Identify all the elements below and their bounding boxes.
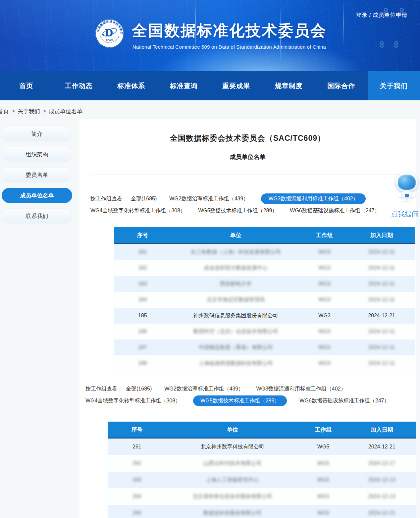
table-cell: 上海人工智能研究中心 xyxy=(166,477,299,484)
banner-digits: 8 8 xyxy=(379,40,401,50)
table-row: 188上海临港跨境数据科技有限公司WG32024-12-11 xyxy=(114,355,415,371)
table-cell: WG3 xyxy=(300,344,348,350)
table-cell: 2024-12-21 xyxy=(348,444,416,450)
filter-option[interactable]: WG5数据技术标准工作组（289） xyxy=(198,207,277,214)
table-header: 序号单位工作组加入日期 xyxy=(114,227,415,244)
table-cell: 265 xyxy=(108,510,166,516)
breadcrumb: 首页>关于我们>成员单位名单 xyxy=(0,107,82,116)
column-header: 工作组 xyxy=(299,426,348,434)
table-cell: 2024-12-11 xyxy=(348,344,415,350)
page: 8 8 8 8 登录 / 成员单位申请 全国数据标准化技术委员会 NATIONA… xyxy=(0,0,420,518)
table-cell: 长三角数据（上海）科技发展有限公司 xyxy=(171,249,300,256)
table-cell: 2024-12-21 xyxy=(348,510,416,516)
filter-label: 按工作组查看： xyxy=(85,386,123,392)
filter-option[interactable]: WG2数据治理标准工作组（439） xyxy=(164,386,243,392)
table-cell: WG3 xyxy=(300,313,348,319)
robot-arm xyxy=(398,192,402,197)
filter-option[interactable]: WG4全域数字化转型标准工作组（308） xyxy=(90,207,185,214)
main-nav: 首页工作动态标准体系标准查询重要成果规章制度国际合作关于我们 xyxy=(0,71,420,100)
nav-item-重要成果[interactable]: 重要成果 xyxy=(210,71,263,100)
sidebar-item-联系我们[interactable]: 联系我们 xyxy=(2,208,72,224)
table-row: 264北京易华录信息技术股份有限公司WG52024-12-13 xyxy=(108,488,416,505)
header-banner: 8 8 8 8 登录 / 成员单位申请 全国数据标准化技术委员会 NATIONA… xyxy=(0,0,420,71)
column-header: 单位 xyxy=(166,426,299,434)
filter-option[interactable]: WG2数据治理标准工作组（439） xyxy=(169,195,248,202)
nav-item-标准查询[interactable]: 标准查询 xyxy=(158,71,210,100)
nav-item-工作动态[interactable]: 工作动态 xyxy=(53,71,105,100)
filter-row: 按工作组查看：全部(1685)WG2数据治理标准工作组（439）WG3数据流通利… xyxy=(90,193,408,204)
table-cell: 北京易华录信息技术股份有限公司 xyxy=(166,493,299,500)
workgroup-filter-section-2: 按工作组查看：全部(1685)WG2数据治理标准工作组（439）WG3数据流通利… xyxy=(85,384,403,407)
table-cell: 2024-12-21 xyxy=(348,313,415,319)
robot-body xyxy=(401,191,412,199)
table-cell: WG3 xyxy=(300,249,348,255)
table-cell: 2024-12-17 xyxy=(348,460,416,466)
robot-head xyxy=(395,172,418,193)
sidebar-item-组织架构[interactable]: 组织架构 xyxy=(2,147,72,162)
table-cell: 184 xyxy=(114,297,171,303)
nav-item-标准体系[interactable]: 标准体系 xyxy=(105,71,158,100)
table-row: 184北京市海淀区数据管理局WG32024-12-11 xyxy=(114,292,415,308)
table-cell: WG3 xyxy=(300,281,348,287)
column-header: 序号 xyxy=(114,232,171,239)
table-cell: 农业农村部大数据发展中心 xyxy=(171,265,300,272)
table-cell: 上海临港跨境数据科技有限公司 xyxy=(171,360,300,367)
assistant-robot-icon[interactable] xyxy=(394,172,419,202)
table-cell: 中国物流集团（香港）有限公司 xyxy=(171,344,300,351)
filter-option[interactable]: WG3数据流通利用标准工作组（402） xyxy=(256,386,346,392)
nav-item-关于我们[interactable]: 关于我们 xyxy=(368,71,420,100)
login-link[interactable]: 登录 / 成员单位申请 xyxy=(356,11,407,19)
robot-screen xyxy=(398,175,416,190)
robot-foot xyxy=(402,199,406,202)
assistant-prompt-link[interactable]: 点我提问 xyxy=(389,209,420,219)
table-row: 183西安邮电大学WG32024-12-11 xyxy=(114,276,415,292)
sidebar-item-简介[interactable]: 简介 xyxy=(2,126,72,141)
table-cell: WG3 xyxy=(300,360,348,366)
column-header: 序号 xyxy=(108,426,166,434)
workgroup-filter-section-1: 按工作组查看：全部(1685)WG2数据治理标准工作组（439）WG3数据流通利… xyxy=(90,193,408,217)
nav-item-国际合作[interactable]: 国际合作 xyxy=(315,71,368,100)
sidebar-item-成员单位名单[interactable]: 成员单位名单 xyxy=(2,188,72,203)
filter-row: WG4全域数字化转型标准工作组（308）WG5数据技术标准工作组（289）WG6… xyxy=(90,205,408,216)
table-cell: 187 xyxy=(114,344,171,350)
content-card: 全国数据标委会技术委员会（SAC/TC609） 成员单位名单 按工作组查看：全部… xyxy=(79,119,416,518)
table-row: 186数慧时空（北京）信息技术有限公司WG32024-12-11 xyxy=(114,324,415,339)
column-header: 加入日期 xyxy=(348,232,415,239)
tc609-logo-icon: 全国数据标准化技术委员会 NATIONAL TECHNICAL COMMITTE… xyxy=(95,19,125,48)
table-cell: WG5 xyxy=(299,510,348,516)
table-cell: 2024-12-11 xyxy=(348,265,415,271)
filter-option[interactable]: WG3数据流通利用标准工作组（402） xyxy=(261,193,365,204)
table-cell: 山西云时代技术有限公司 xyxy=(166,460,299,467)
filter-option[interactable]: WG4全域数字化转型标准工作组（308） xyxy=(85,397,181,404)
breadcrumb-separator: > xyxy=(43,108,46,115)
table-row: 263上海人工智能研究中心WG52024-12-13 xyxy=(108,472,416,488)
table-cell: 2024-12-11 xyxy=(348,281,415,287)
table-cell: WG5 xyxy=(299,444,348,450)
table-cell: 2024-12-13 xyxy=(348,477,416,483)
table-row: 182农业农村部大数据发展中心WG32024-12-11 xyxy=(114,260,415,276)
filter-option[interactable]: WG6数据基础设施标准工作组（247） xyxy=(290,207,380,214)
filter-option[interactable]: WG6数据基础设施标准工作组（247） xyxy=(299,397,389,404)
breadcrumb-separator: > xyxy=(12,108,15,115)
nav-item-规章制度[interactable]: 规章制度 xyxy=(263,71,315,100)
table-cell: WG3 xyxy=(300,265,348,271)
filter-option[interactable]: 全部(1685) xyxy=(131,195,157,202)
table-cell: WG3 xyxy=(300,297,348,303)
filter-label: 按工作组查看： xyxy=(90,195,128,202)
table-row: 261北京神州数字科技有限公司WG52024-12-21 xyxy=(108,439,416,455)
table-cell: 181 xyxy=(114,249,171,255)
filter-option[interactable]: 全部(1685) xyxy=(126,386,152,392)
nav-item-首页[interactable]: 首页 xyxy=(0,71,53,100)
table-row: 262山西云时代技术有限公司WG52024-12-17 xyxy=(108,455,416,472)
table-cell: 186 xyxy=(114,329,171,335)
page-title: 全国数据标委会技术委员会（SAC/TC609） xyxy=(79,133,416,143)
table-cell: 2024-12-11 xyxy=(348,297,415,303)
member-table-wg3: 序号单位工作组加入日期181长三角数据（上海）科技发展有限公司WG32024-1… xyxy=(114,227,415,371)
column-header: 单位 xyxy=(171,232,300,239)
table-header: 序号单位工作组加入日期 xyxy=(108,422,416,439)
sidebar-item-委员名单[interactable]: 委员名单 xyxy=(2,167,72,182)
breadcrumb-item[interactable]: 首页 xyxy=(0,108,9,115)
table-row: 265数据堂科技股份有限公司WG52024-12-21 xyxy=(108,505,416,518)
filter-option[interactable]: WG5数据技术标准工作组（289） xyxy=(193,395,287,406)
breadcrumb-item[interactable]: 关于我们 xyxy=(18,108,40,115)
